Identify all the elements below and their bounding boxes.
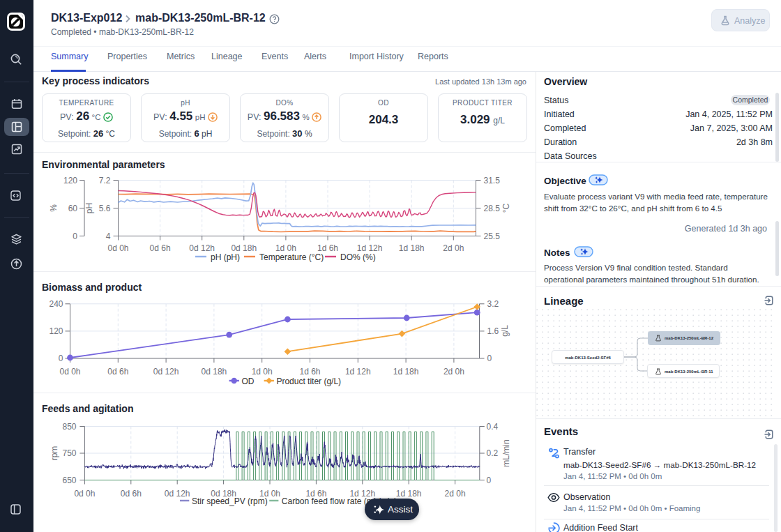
- svg-text:rpm: rpm: [50, 446, 59, 461]
- svg-text:Stir speed_PV (rpm): Stir speed_PV (rpm): [192, 496, 268, 506]
- svg-text:750: 750: [62, 448, 76, 458]
- svg-text:850: 850: [62, 422, 76, 432]
- svg-text:2d 0h: 2d 0h: [445, 489, 466, 499]
- svg-text:mL/min: mL/min: [501, 439, 511, 466]
- svg-text:0d 0h: 0d 0h: [74, 489, 95, 499]
- svg-text:650: 650: [62, 476, 76, 485]
- svg-text:1d 18h: 1d 18h: [396, 489, 422, 499]
- svg-text:0.2: 0.2: [487, 448, 499, 458]
- svg-text:0.4: 0.4: [487, 422, 499, 432]
- svg-text:0d 12h: 0d 12h: [165, 489, 190, 499]
- svg-text:0d 6h: 0d 6h: [121, 489, 142, 499]
- svg-text:0: 0: [487, 476, 492, 485]
